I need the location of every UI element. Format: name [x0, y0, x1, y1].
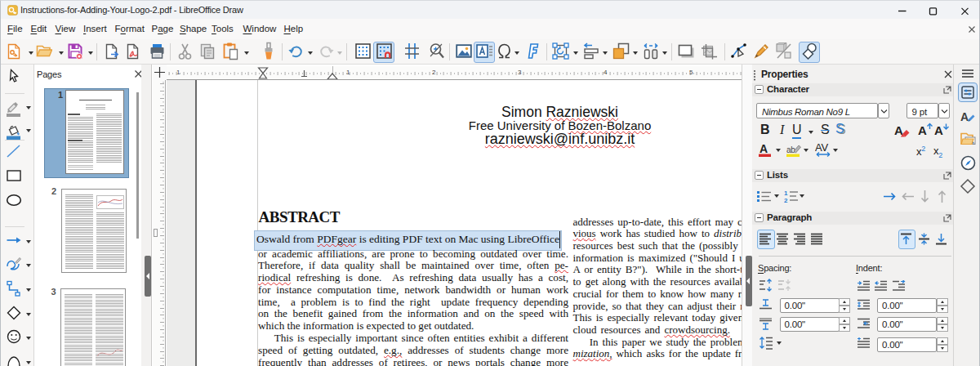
svg-text:2: 2: [784, 197, 788, 203]
svg-text:A: A: [960, 110, 969, 123]
svg-text:1: 1: [784, 190, 788, 197]
svg-text:A: A: [760, 143, 768, 155]
svg-text:AV: AV: [815, 142, 829, 154]
svg-text:A: A: [934, 123, 943, 137]
svg-text:ab: ab: [786, 145, 795, 154]
svg-text:A: A: [918, 123, 927, 137]
